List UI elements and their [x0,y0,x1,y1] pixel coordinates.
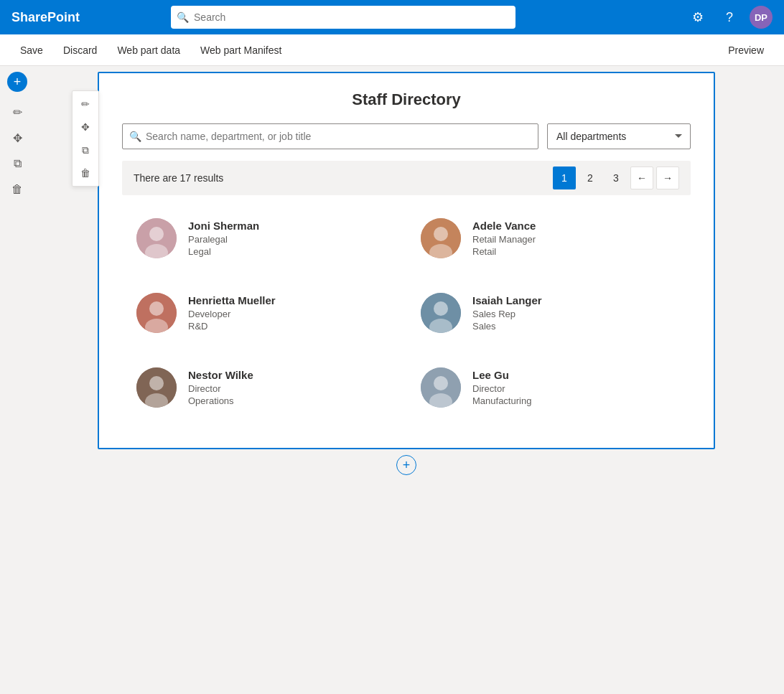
staff-card[interactable]: Nestor WilkeDirectorOperations [122,350,406,425]
results-bar: There are 17 results 1 2 3 ← → [122,161,691,195]
nav-icons-group: ⚙ ? DP [686,6,773,29]
move-icon[interactable]: ✥ [6,126,29,149]
page-next-button[interactable]: → [656,167,679,189]
staff-info: Isaiah LangerSales RepSales [472,294,542,332]
staff-role: Director [188,383,253,395]
staff-avatar [136,293,177,333]
results-count: There are 17 results [134,172,223,184]
webpart-data-button[interactable]: Web part data [108,40,189,60]
department-filter[interactable]: All departments [547,123,691,149]
toolbar: Save Discard Web part data Web part Mani… [0,34,784,66]
staff-avatar [136,367,177,408]
staff-dept: R&D [188,321,276,332]
staff-avatar [421,367,461,408]
staff-card[interactable]: Joni ShermanParalegalLegal [122,201,406,276]
brand-logo[interactable]: SharePoint [11,10,80,25]
inline-copy-icon[interactable]: ⧉ [75,140,95,160]
save-button[interactable]: Save [11,40,52,60]
webpart-inline-tools: ✏ ✥ ⧉ 🗑 [72,90,99,187]
staff-search-input[interactable] [122,123,538,149]
delete-icon[interactable]: 🗑 [6,178,29,201]
staff-card[interactable]: Adele VanceRetail ManagerRetail [406,201,691,276]
staff-role: Sales Rep [472,308,542,321]
staff-name: Joni Sherman [188,220,259,232]
top-navigation: SharePoint 🔍 ⚙ ? DP [0,0,784,34]
staff-info: Henrietta MuellerDeveloperR&D [188,294,276,332]
staff-dept: Retail [472,246,536,257]
staff-role: Developer [188,308,276,321]
webpart-container: ✏ ✥ ⧉ 🗑 Staff Directory 🔍 All department… [98,72,715,449]
svg-point-16 [434,376,448,390]
duplicate-icon[interactable]: ⧉ [6,152,29,175]
svg-point-7 [149,301,164,316]
staff-search-wrap: 🔍 [122,123,538,149]
staff-directory-webpart: Staff Directory 🔍 All departments There … [99,73,714,448]
staff-name: Lee Gu [472,369,531,381]
search-filter-row: 🔍 All departments [122,123,691,149]
staff-dept: Operations [188,395,253,406]
staff-name: Adele Vance [472,220,536,232]
staff-search-icon: 🔍 [129,131,141,142]
staff-info: Nestor WilkeDirectorOperations [188,369,253,406]
edit-icon[interactable]: ✏ [6,100,29,123]
settings-button[interactable]: ⚙ [686,6,709,29]
inline-trash-icon[interactable]: 🗑 [75,163,95,183]
search-container: 🔍 [171,6,515,29]
add-section-button-bottom[interactable]: + [396,455,416,475]
staff-avatar [421,293,461,333]
help-button[interactable]: ? [718,6,741,29]
staff-role: Retail Manager [472,233,536,246]
staff-card[interactable]: Isaiah LangerSales RepSales [406,276,691,350]
svg-point-13 [149,376,164,390]
staff-card[interactable]: Lee GuDirectorManufacturing [406,350,691,425]
page-3-button[interactable]: 3 [605,167,627,189]
discard-button[interactable]: Discard [55,40,106,60]
page-1-button[interactable]: 1 [553,167,576,189]
bottom-add-row: + [391,449,422,481]
staff-grid: Joni ShermanParalegalLegal Adele VanceRe… [122,201,691,425]
staff-info: Joni ShermanParalegalLegal [188,220,259,257]
staff-role: Director [472,383,531,395]
webpart-manifest-button[interactable]: Web part Manifest [192,40,290,60]
preview-button[interactable]: Preview [719,40,773,60]
staff-info: Lee GuDirectorManufacturing [472,369,531,406]
page-prev-button[interactable]: ← [630,167,653,189]
search-input[interactable] [171,6,515,29]
staff-name: Henrietta Mueller [188,294,276,306]
left-sidebar: + ✏ ✥ ⧉ 🗑 [0,66,34,694]
user-avatar[interactable]: DP [750,6,773,29]
content-panel: ✏ ✥ ⧉ 🗑 Staff Directory 🔍 All department… [34,66,784,694]
inline-pencil-icon[interactable]: ✏ [75,94,95,114]
staff-card[interactable]: Henrietta MuellerDeveloperR&D [122,276,406,350]
staff-directory-title: Staff Directory [122,90,691,109]
staff-name: Isaiah Langer [472,294,542,306]
svg-point-4 [434,227,448,241]
staff-avatar [136,218,177,258]
staff-info: Adele VanceRetail ManagerRetail [472,220,536,257]
staff-dept: Manufacturing [472,395,531,406]
canvas-area: + ✏ ✥ ⧉ 🗑 ✏ ✥ ⧉ 🗑 Staff Directory 🔍 [0,66,784,694]
svg-point-1 [149,227,164,241]
pagination: 1 2 3 ← → [553,167,679,189]
staff-dept: Sales [472,321,542,332]
svg-point-10 [434,301,448,316]
staff-avatar [421,218,461,258]
staff-role: Paralegal [188,233,259,246]
staff-name: Nestor Wilke [188,369,253,381]
add-section-button-top[interactable]: + [7,72,27,92]
staff-dept: Legal [188,246,259,257]
page-2-button[interactable]: 2 [579,167,602,189]
inline-move-icon[interactable]: ✥ [75,117,95,137]
